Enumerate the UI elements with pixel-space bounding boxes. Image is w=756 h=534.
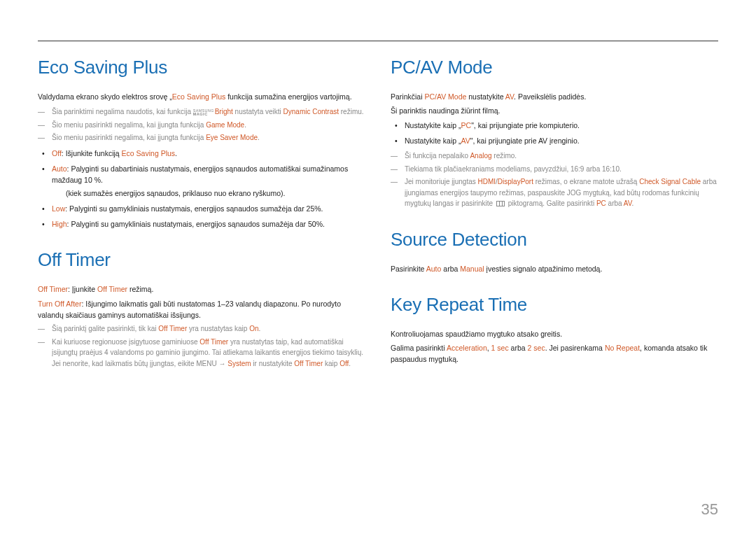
- t: Šia parinktimi negalima naudotis, kai fu…: [52, 108, 193, 115]
- t: 1 sec: [491, 344, 509, 352]
- eco-low: Low: Palyginti su gamykliniais nustatyma…: [38, 203, 365, 214]
- t: : Palyginti su dabartiniais nustatymais,…: [52, 164, 348, 184]
- t: DisplayPort: [498, 178, 533, 185]
- t: režimo.: [492, 152, 517, 160]
- t: yra nustatytas kaip: [187, 325, 249, 332]
- pcav-pc: Nustatykite kaip „PC", kai prijungiate p…: [391, 120, 718, 131]
- offtimer-note-2: Kai kuriuose regionuose įsigytuose gamin…: [38, 337, 365, 370]
- t: režimu.: [339, 108, 364, 115]
- t: .: [258, 134, 260, 141]
- t: High: [52, 220, 67, 228]
- offtimer-note-1: Šią parinktį galite pasirinkti, tik kai …: [38, 323, 365, 335]
- t: Jei monitoriuje įjungtas: [405, 178, 478, 185]
- t: Eye Saver Mode: [206, 134, 258, 141]
- t: Auto: [426, 265, 442, 273]
- source-p: Pasirinkite Auto arba Manual įvesties si…: [391, 263, 718, 274]
- section-eco-saving-plus: Eco Saving Plus Valdydama ekrano skydo e…: [38, 57, 365, 230]
- pcav-note-1: Ši funkcija nepalaiko Analog režimo.: [391, 150, 718, 162]
- t: Nustatykite kaip „: [405, 136, 461, 145]
- arrow-icon: →: [218, 360, 225, 367]
- offtimer-notes: Šią parinktį galite pasirinkti, tik kai …: [38, 323, 365, 369]
- t: : Palyginti su gamykliniais nustatymais,…: [65, 204, 323, 213]
- left-column: Eco Saving Plus Valdydama ekrano skydo e…: [38, 57, 365, 373]
- t: .: [259, 325, 261, 332]
- t: : Išjungimo laikmatis gali būti nustatom…: [38, 300, 341, 319]
- t: 2 sec: [528, 344, 545, 352]
- t: MAGIC: [193, 113, 214, 116]
- offtimer-p1: Off Timer: Įjunkite Off Timer režimą.: [38, 283, 365, 295]
- t: Šio meniu pasirinkti negalima, kai įjung…: [52, 134, 206, 141]
- t: HDMI: [478, 178, 496, 185]
- t: Check Signal Cable: [639, 178, 701, 185]
- t: .: [349, 360, 351, 367]
- pcav-p1: Parinkčiai PC/AV Mode nustatykite AV. Pa…: [391, 91, 718, 102]
- t: režimą.: [127, 285, 153, 293]
- key-p2: Galima pasirinkti Acceleration, 1 sec ar…: [391, 342, 718, 365]
- t: ", kai prijungiate prie kompiuterio.: [471, 121, 580, 129]
- pcav-av: Nustatykite kaip „AV", kai prijungiate p…: [391, 135, 718, 146]
- t: ", kai prijungiate prie AV įrenginio.: [470, 136, 580, 145]
- t: Off: [340, 360, 349, 367]
- t: Off Timer: [38, 285, 68, 293]
- eco-off: Off: Išjunkite funkciją Eco Saving Plus.: [38, 148, 365, 159]
- section-pc-av-mode: PC/AV Mode Parinkčiai PC/AV Mode nustaty…: [391, 57, 718, 209]
- key-p1: Kontroliuojamas spaudžiamo mygtuko atsak…: [391, 328, 718, 339]
- t: Off Timer: [200, 338, 228, 346]
- t: Off: [52, 149, 62, 157]
- right-column: PC/AV Mode Parinkčiai PC/AV Mode nustaty…: [391, 57, 718, 373]
- t: No Repeat: [605, 344, 640, 352]
- t: Off Timer: [158, 325, 187, 332]
- heading-source-detection: Source Detection: [391, 229, 718, 251]
- t: Low: [52, 204, 65, 213]
- eco-options: Off: Išjunkite funkciją Eco Saving Plus.…: [38, 148, 365, 230]
- eco-note-2: Šio meniu pasirinkti negalima, kai įjung…: [38, 120, 365, 131]
- t: Off Timer: [97, 285, 127, 293]
- t: Acceleration: [447, 344, 487, 352]
- t: nustatykite: [466, 92, 505, 101]
- section-off-timer: Off Timer Off Timer: Įjunkite Off Timer …: [38, 249, 365, 369]
- eco-note-3: Šio meniu pasirinkti negalima, kai įjung…: [38, 132, 365, 143]
- t: režimas, o ekrane matote užrašą: [533, 178, 639, 185]
- t: arba: [606, 199, 624, 207]
- eco-intro-post: funkcija sumažina energijos vartojimą.: [225, 92, 351, 101]
- section-key-repeat-time: Key Repeat Time Kontroliuojamas spaudžia…: [391, 294, 718, 365]
- top-rule: [38, 41, 718, 41]
- t: Game Mode: [206, 121, 244, 129]
- t: On: [249, 325, 258, 332]
- t: Ši funkcija nepalaiko: [405, 152, 470, 160]
- samsung-magic-logo: SAMSUNGMAGIC: [193, 109, 214, 116]
- section-source-detection: Source Detection Pasirinkite Auto arba M…: [391, 229, 718, 274]
- t: arba: [441, 265, 460, 273]
- heading-key-repeat-time: Key Repeat Time: [391, 294, 718, 316]
- eco-intro-hl: Eco Saving Plus: [172, 92, 225, 101]
- t: Šią parinktį galite pasirinkti, tik kai: [52, 325, 158, 332]
- pcav-note-2: Tiekiama tik plačiaekraniams modeliams, …: [391, 164, 718, 175]
- t: Dynamic Contrast: [284, 108, 339, 115]
- t: : Išjunkite funkciją: [62, 149, 122, 157]
- t: Šio meniu pasirinkti negalima, kai įjung…: [52, 121, 206, 129]
- t: : Įjunkite: [68, 285, 97, 293]
- t: įvesties signalo atpažinimo metodą.: [484, 265, 603, 273]
- t: AV: [461, 136, 470, 145]
- t: Parinkčiai: [391, 92, 424, 101]
- menu-icon: [496, 201, 505, 206]
- pcav-note-3: Jei monitoriuje įjungtas HDMI/DisplayPor…: [391, 176, 718, 209]
- t: Turn Off After: [38, 300, 81, 308]
- eco-high: High: Palyginti su gamykliniais nustatym…: [38, 218, 365, 230]
- t: nustatyta veikti: [233, 108, 284, 115]
- t: .: [632, 199, 634, 207]
- document-page: Eco Saving Plus Valdydama ekrano skydo e…: [0, 0, 756, 373]
- pcav-options: Nustatykite kaip „PC", kai prijungiate p…: [391, 120, 718, 147]
- t: Analog: [470, 152, 491, 160]
- t: Auto: [52, 164, 67, 173]
- eco-notes: Šia parinktimi negalima naudotis, kai fu…: [38, 106, 365, 143]
- t: .: [244, 121, 246, 129]
- pcav-notes: Ši funkcija nepalaiko Analog režimo. Tie…: [391, 150, 718, 209]
- t: PC: [461, 121, 472, 129]
- t: Manual: [460, 265, 484, 273]
- eco-note-1: Šia parinktimi negalima naudotis, kai fu…: [38, 106, 365, 118]
- page-number: 35: [701, 500, 718, 519]
- eco-auto: Auto: Palyginti su dabartiniais nustatym…: [38, 163, 365, 199]
- t: arba: [509, 344, 528, 352]
- t: .: [175, 149, 177, 157]
